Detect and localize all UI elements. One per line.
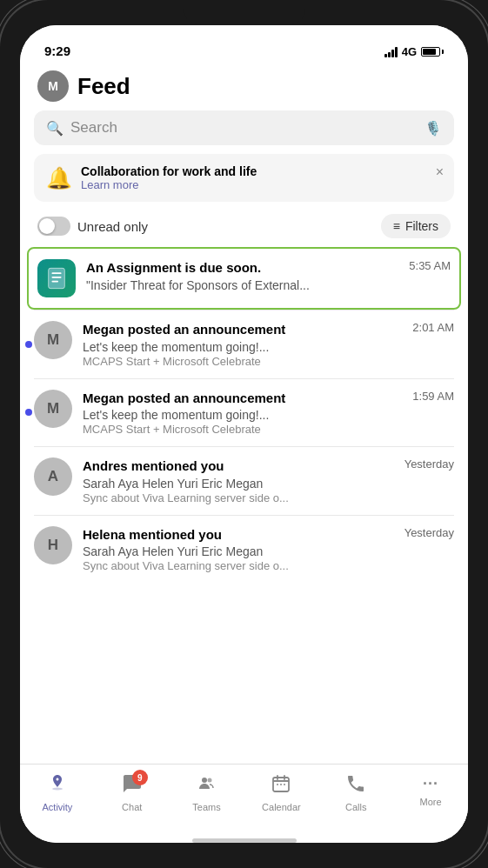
- megan2-time: 1:59 AM: [412, 390, 454, 403]
- feed-item-andres[interactable]: A Andres mentioned you Yesterday Sarah A…: [20, 447, 468, 515]
- signal-bar-1: [384, 54, 387, 57]
- signal-bar-3: [391, 50, 394, 57]
- andres-subtitle: Sarah Aya Helen Yuri Eric Megan: [83, 477, 454, 491]
- phone-frame: 9:29 4G: [0, 0, 488, 868]
- signal-bars-icon: [384, 47, 398, 57]
- svg-point-7: [284, 784, 285, 785]
- main-content: M Feed 🔍 Search 🎙️ 🔔 Collaboration for w…: [20, 63, 468, 843]
- tab-bar: Activity 9 Chat: [20, 764, 468, 835]
- filter-icon: ≡: [393, 219, 400, 233]
- calls-icon: [345, 773, 366, 799]
- tab-teams[interactable]: Teams: [170, 771, 244, 812]
- toggle-knob: [39, 218, 55, 234]
- unread-toggle-row: Unread only: [37, 217, 148, 236]
- andres-avatar: A: [34, 457, 72, 496]
- assignment-subtitle: "Insider Threat for Sponsors of External…: [86, 278, 451, 292]
- unread-label: Unread only: [77, 219, 148, 234]
- network-label: 4G: [402, 45, 417, 58]
- svg-rect-0: [49, 268, 65, 288]
- helena-title: Helena mentioned you: [83, 526, 401, 544]
- more-label: More: [420, 797, 442, 807]
- assignment-avatar: [37, 259, 76, 297]
- tab-activity[interactable]: Activity: [20, 771, 95, 812]
- megan2-body: Megan posted an announcement 1:59 AM Let…: [83, 390, 454, 437]
- feed-header: M Feed: [20, 63, 468, 110]
- tab-calls[interactable]: Calls: [318, 771, 393, 812]
- teams-label: Teams: [192, 802, 220, 812]
- chat-label: Chat: [122, 802, 142, 812]
- helena-sub2: Sync about Viva Learning server side o..…: [83, 559, 454, 572]
- microphone-icon[interactable]: 🎙️: [424, 120, 442, 137]
- helena-subtitle: Sarah Aya Helen Yuri Eric Megan: [83, 544, 454, 558]
- activity-icon: [47, 773, 68, 799]
- andres-time: Yesterday: [404, 457, 454, 471]
- megan2-title: Megan posted an announcement: [83, 390, 409, 407]
- svg-point-2: [202, 778, 207, 783]
- megan1-row1: Megan posted an announcement 2:01 AM: [83, 321, 454, 338]
- home-indicator: [192, 838, 297, 843]
- megan2-avatar: M: [34, 390, 72, 428]
- feed-item-assignment[interactable]: An Assignment is due soon. 5:35 AM "Insi…: [27, 247, 461, 310]
- megan2-row1: Megan posted an announcement 1:59 AM: [83, 390, 454, 407]
- megan1-body: Megan posted an announcement 2:01 AM Let…: [83, 321, 454, 368]
- svg-point-3: [207, 778, 211, 783]
- battery-icon: [421, 47, 444, 57]
- teams-icon: [197, 773, 217, 799]
- search-bar[interactable]: 🔍 Search 🎙️: [34, 110, 454, 145]
- andres-body: Andres mentioned you Yesterday Sarah Aya…: [83, 457, 454, 504]
- status-bar: 9:29 4G: [20, 25, 468, 63]
- svg-point-6: [280, 784, 282, 785]
- phone-screen: 9:29 4G: [20, 25, 468, 843]
- svg-point-5: [277, 784, 278, 785]
- chat-badge: 9: [132, 770, 148, 785]
- andres-title: Andres mentioned you: [83, 457, 401, 475]
- banner-link[interactable]: Learn more: [81, 178, 442, 191]
- svg-point-1: [52, 788, 63, 791]
- assignment-body: An Assignment is due soon. 5:35 AM "Insi…: [86, 259, 451, 292]
- notch: [184, 0, 305, 24]
- unread-toggle[interactable]: [37, 217, 70, 236]
- unread-dot-megan2: [25, 409, 32, 416]
- bell-icon: 🔔: [46, 166, 72, 190]
- tab-chat[interactable]: 9 Chat: [95, 771, 170, 812]
- megan1-sub2: MCAPS Start + Microsoft Celebrate: [83, 355, 454, 368]
- calendar-label: Calendar: [262, 802, 301, 812]
- tab-more[interactable]: ··· More: [393, 771, 468, 807]
- search-placeholder: Search: [70, 119, 418, 137]
- more-icon: ···: [423, 773, 438, 794]
- promo-banner: 🔔 Collaboration for work and life Learn …: [34, 154, 454, 202]
- megan1-subtitle: Let's keep the momentum going!...: [83, 340, 454, 354]
- feed-list: An Assignment is due soon. 5:35 AM "Insi…: [20, 247, 468, 764]
- filter-label: Filters: [405, 219, 438, 233]
- andres-sub2: Sync about Viva Learning server side o..…: [83, 491, 454, 504]
- filter-row: Unread only ≡ Filters: [20, 210, 468, 247]
- status-time: 9:29: [44, 43, 70, 58]
- status-icons: 4G: [384, 45, 444, 58]
- unread-dot-megan1: [25, 341, 32, 348]
- megan1-time: 2:01 AM: [412, 321, 454, 334]
- megan1-title: Megan posted an announcement: [83, 321, 409, 338]
- assignment-title: An Assignment is due soon.: [86, 259, 405, 277]
- megan2-subtitle: Let's keep the momentum going!...: [83, 408, 454, 422]
- feed-item-megan1[interactable]: M Megan posted an announcement 2:01 AM L…: [20, 310, 468, 378]
- helena-body: Helena mentioned you Yesterday Sarah Aya…: [83, 526, 454, 573]
- user-avatar[interactable]: M: [37, 70, 69, 102]
- banner-text: Collaboration for work and life Learn mo…: [81, 164, 442, 191]
- assignment-time: 5:35 AM: [409, 259, 451, 272]
- tab-calendar[interactable]: Calendar: [244, 771, 318, 812]
- search-icon: 🔍: [46, 120, 64, 137]
- activity-label: Activity: [42, 802, 72, 812]
- close-icon[interactable]: ×: [436, 164, 444, 180]
- megan2-sub2: MCAPS Start + Microsoft Celebrate: [83, 423, 454, 436]
- chat-icon: 9: [122, 773, 143, 799]
- helena-time: Yesterday: [404, 526, 454, 539]
- signal-bar-4: [395, 47, 398, 57]
- calendar-icon: [271, 773, 291, 799]
- andres-row1: Andres mentioned you Yesterday: [83, 457, 454, 475]
- assignment-row1: An Assignment is due soon. 5:35 AM: [86, 259, 451, 277]
- megan1-avatar: M: [34, 321, 72, 359]
- feed-item-megan2[interactable]: M Megan posted an announcement 1:59 AM L…: [20, 379, 468, 447]
- feed-item-helena[interactable]: H Helena mentioned you Yesterday Sarah A…: [20, 516, 468, 584]
- page-title: Feed: [77, 73, 130, 100]
- filters-button[interactable]: ≡ Filters: [381, 214, 451, 238]
